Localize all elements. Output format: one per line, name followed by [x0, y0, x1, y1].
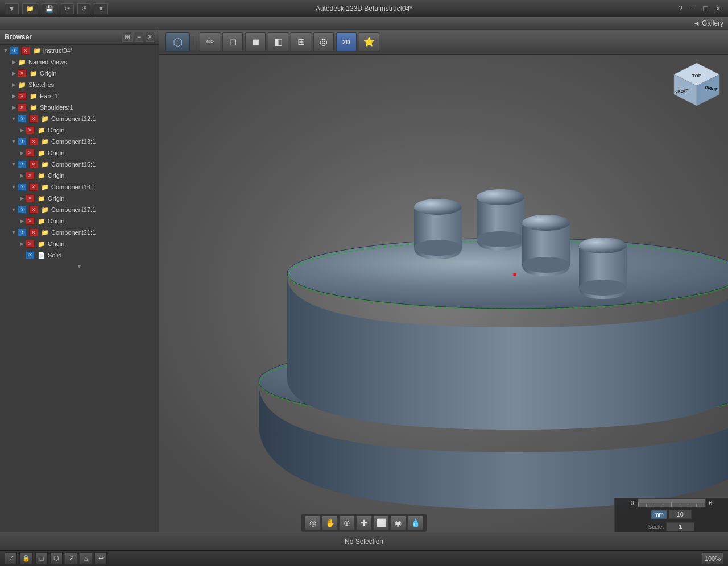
nav-zoom-btn[interactable]: ⊕	[339, 515, 355, 530]
folder-icon: 📁	[32, 47, 42, 55]
hex-btn[interactable]: ⬡	[50, 552, 63, 565]
help-btn[interactable]: ?	[675, 3, 685, 14]
arrow-origin6[interactable]: ▶	[18, 217, 25, 226]
arrow-component12[interactable]: ▼	[10, 114, 17, 123]
tree-item-origin1[interactable]: ▶ ✕ 📁 Origin	[0, 68, 159, 79]
browser-header-controls[interactable]: ⊞ − ×	[122, 32, 154, 42]
browser-tile-btn[interactable]: ⊞	[122, 32, 133, 42]
tree-item-origin3[interactable]: ▶ ✕ 📁 Origin	[0, 147, 159, 159]
lock-btn[interactable]: 🔒	[19, 552, 33, 565]
navigation-cube[interactable]: TOP FRONT RIGHT	[671, 60, 722, 111]
ruler-scale-label: Scale:	[648, 524, 664, 530]
browser-scroll-down[interactable]: ▼	[77, 263, 82, 269]
arrow-component15[interactable]: ▼	[10, 160, 17, 169]
viewport-svg	[159, 55, 728, 532]
x-icon-o2: ✕	[26, 126, 35, 134]
tree-item-instruct04[interactable]: ▼ 👁 ✕ 📁 instruct04*	[0, 45, 159, 56]
x-icon-c16: ✕	[29, 183, 38, 191]
tree-item-component21[interactable]: ▼ 👁 ✕ 📁 Component21:1	[0, 227, 159, 238]
arrow-origin4[interactable]: ▶	[18, 171, 25, 180]
open-btn[interactable]: 📁	[22, 3, 38, 14]
icon-shoulders1-folder: 📁	[28, 103, 39, 112]
render-btn[interactable]: ◎	[313, 32, 334, 52]
tree-item-named-views[interactable]: ▶ 📁 Named Views	[0, 56, 159, 68]
menu-btn[interactable]: ▼	[5, 3, 19, 14]
nav-light-btn[interactable]: 💧	[407, 515, 423, 530]
redo-btn[interactable]: ⟳	[61, 3, 74, 14]
bottom-toolbar-left: ✓ 🔒 □ ⬡ ↗ ⌂ ↩	[5, 552, 107, 565]
save-btn[interactable]: 💾	[42, 3, 57, 14]
svg-point-7	[414, 240, 462, 256]
home-btn[interactable]: ⌂	[80, 552, 92, 565]
titlebar-right-icons[interactable]: ? − □ ×	[675, 3, 723, 14]
arrow-named-views[interactable]: ▶	[10, 57, 17, 66]
square-btn[interactable]: □	[35, 552, 48, 565]
arrow-ears1[interactable]: ▶	[10, 91, 17, 101]
tree-item-component15[interactable]: ▼ 👁 ✕ 📁 Component15:1	[0, 159, 159, 170]
2d-btn[interactable]: 2D	[336, 32, 357, 52]
tree-item-origin5[interactable]: ▶ ✕ 📁 Origin	[0, 193, 159, 204]
check-btn[interactable]: ✓	[5, 552, 17, 565]
primitive-btn[interactable]: ◻	[222, 32, 243, 52]
arrow-origin2[interactable]: ▶	[18, 126, 25, 135]
zoom-percent[interactable]: 100%	[702, 552, 723, 565]
nav-display-btn[interactable]: ◉	[390, 515, 406, 530]
minimize-btn[interactable]: −	[688, 3, 698, 14]
nav-select-btn[interactable]: ⬜	[373, 515, 389, 530]
maximize-btn[interactable]: □	[700, 3, 710, 14]
arrow-sketches[interactable]: ▶	[10, 80, 17, 89]
tree-item-solid[interactable]: ▶ 👁 📄 Solid	[0, 249, 159, 261]
tree-item-component13[interactable]: ▼ 👁 ✕ 📁 Component13:1	[0, 136, 159, 147]
solid-btn[interactable]: ◼	[245, 32, 266, 52]
tree-item-component17[interactable]: ▼ 👁 ✕ 📁 Component17:1	[0, 204, 159, 215]
arrow-instruct04[interactable]: ▼	[2, 46, 9, 55]
close-btn[interactable]: ×	[713, 3, 723, 14]
arrow-component17[interactable]: ▼	[10, 205, 17, 214]
arrow-shoulders1[interactable]: ▶	[10, 103, 17, 112]
nav-move-btn[interactable]: ✚	[356, 515, 372, 530]
viewport[interactable]: TOP FRONT RIGHT	[159, 55, 728, 532]
gallery-bar[interactable]: ◄ Gallery	[637, 17, 728, 30]
arrow-origin3[interactable]: ▶	[18, 148, 25, 157]
grid-view-btn[interactable]: ⊞	[291, 32, 311, 52]
special-btn[interactable]: ⭐	[359, 32, 379, 52]
arrow-component16[interactable]: ▼	[10, 182, 17, 192]
view-cube-icon[interactable]: ⬡	[165, 32, 190, 52]
tree-item-sketches[interactable]: ▶ 📁 Sketches	[0, 79, 159, 90]
tree-item-origin2[interactable]: ▶ ✕ 📁 Origin	[0, 124, 159, 136]
svg-point-16	[579, 280, 627, 296]
side-view-btn[interactable]: ◧	[268, 32, 288, 52]
tree-item-ears1[interactable]: ▶ ✕ 📁 Ears:1	[0, 90, 159, 102]
label-instruct04: instruct04*	[43, 47, 73, 54]
more-btn[interactable]: ▼	[94, 3, 108, 14]
browser-close-btn[interactable]: ×	[146, 32, 154, 42]
label-named-views: Named Views	[28, 59, 67, 65]
icon-origin4-x: ✕	[25, 171, 35, 180]
arrow-origin7[interactable]: ▶	[18, 239, 25, 248]
arrow-origin5[interactable]: ▶	[18, 194, 25, 203]
browser-panel: Browser ⊞ − × ▼ 👁 ✕ 📁 instruct04* ▶ 📁 Na…	[0, 30, 159, 532]
ruler-unit[interactable]: mm	[651, 510, 667, 519]
tree-item-component12[interactable]: ▼ 👁 ✕ 📁 Component12:1	[0, 113, 159, 124]
gallery-label[interactable]: ◄ Gallery	[693, 19, 723, 27]
arrow-component21[interactable]: ▼	[10, 228, 17, 237]
bottom-toolbar: ✓ 🔒 □ ⬡ ↗ ⌂ ↩ 100%	[0, 550, 728, 566]
tree-item-component16[interactable]: ▼ 👁 ✕ 📁 Component16:1	[0, 181, 159, 193]
arrow-component13[interactable]: ▼	[10, 137, 17, 146]
x-icon-c17: ✕	[29, 206, 38, 214]
undo-btn[interactable]: ↺	[77, 3, 90, 14]
svg-point-13	[522, 257, 570, 273]
arrow-origin1[interactable]: ▶	[10, 69, 17, 78]
tree-item-origin6[interactable]: ▶ ✕ 📁 Origin	[0, 215, 159, 227]
arrow-btn[interactable]: ↗	[65, 552, 77, 565]
browser-minimize-btn[interactable]: −	[135, 32, 143, 42]
back-btn[interactable]: ↩	[94, 552, 107, 565]
main-toolbar: ⬡ ✏ ◻ ◼ ◧ ⊞ ◎ 2D ⭐	[159, 30, 728, 55]
tree-item-shoulders1[interactable]: ▶ ✕ 📁 Shoulders:1	[0, 102, 159, 113]
tree-item-origin7[interactable]: ▶ ✕ 📁 Origin	[0, 238, 159, 249]
titlebar-left-icons[interactable]: ▼ 📁 💾 ⟳ ↺ ▼	[5, 3, 108, 14]
sketch-tool-btn[interactable]: ✏	[200, 32, 220, 52]
tree-item-origin4[interactable]: ▶ ✕ 📁 Origin	[0, 170, 159, 181]
nav-pan-btn[interactable]: ✋	[322, 515, 338, 530]
nav-orbit-btn[interactable]: ◎	[305, 515, 321, 530]
